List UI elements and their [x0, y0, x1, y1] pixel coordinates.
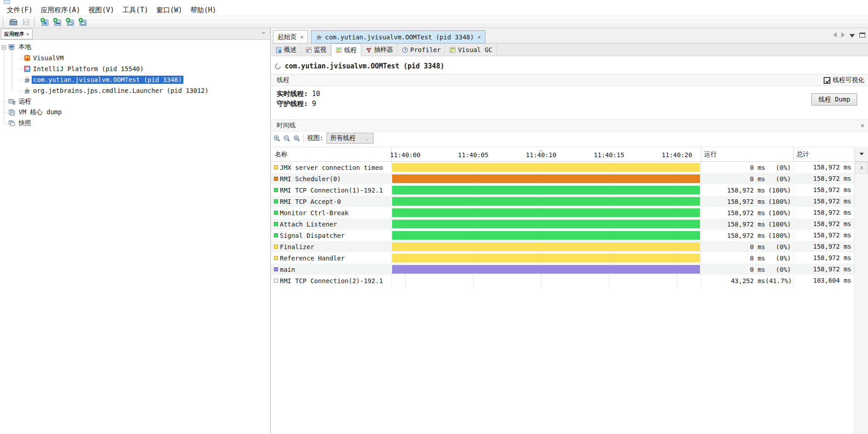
save-snapshot-icon[interactable] [20, 17, 31, 27]
tree-node-label[interactable]: IntelliJ Platform (pid 15540) [32, 65, 145, 73]
menu-item-4[interactable]: 窗口(W) [152, 4, 186, 16]
add-jmx-connection-icon[interactable] [52, 17, 62, 27]
thread-timeline-bar[interactable] [392, 220, 700, 228]
thread-color-swatch [274, 211, 278, 215]
zoom-fit-icon[interactable] [292, 134, 301, 143]
tree-node--[interactable]: 快照 [0, 118, 270, 129]
menu-item-3[interactable]: 工具(T) [118, 4, 152, 16]
thread-timeline-bar[interactable] [392, 265, 700, 274]
close-icon[interactable]: × [300, 34, 303, 40]
doc-tab-label: 起始页 [278, 33, 297, 41]
thread-row[interactable]: RMI TCP Connection(2)-192.143,252 ms(41.… [271, 275, 854, 286]
thread-row[interactable]: Signal Dispatcher158,972 ms(100%)158,972… [271, 230, 854, 241]
thread-total-cell: 158,972 ms [793, 264, 854, 275]
thread-timeline-bar[interactable] [392, 174, 700, 183]
thread-timeline-bar[interactable] [392, 254, 700, 262]
zoom-out-icon[interactable] [282, 134, 291, 143]
tree-node--[interactable]: 远程 [0, 96, 270, 107]
tree-node-intellij-platform-pid-15540-[interactable]: IntelliJ Platform (pid 15540) [0, 63, 270, 74]
tree-node-label[interactable]: com.yutian.jvisualvm.OOMTest (pid 3348) [32, 76, 183, 84]
tab-monitor[interactable]: 监视 [301, 43, 331, 56]
close-icon[interactable]: × [478, 34, 481, 40]
thread-timeline-bar[interactable] [392, 163, 700, 172]
close-icon[interactable]: × [26, 31, 29, 37]
total-column-header[interactable]: 总计 [796, 150, 809, 159]
thread-row[interactable]: Monitor Ctrl-Break158,972 ms(100%)158,97… [271, 207, 854, 218]
tree-node-visualvm[interactable]: VisualVM [0, 53, 270, 63]
tree-node-label[interactable]: 快照 [17, 119, 33, 128]
tab-applications[interactable]: 应用程序 × [1, 29, 33, 39]
thread-dump-button[interactable]: 线程 Dump [811, 93, 857, 106]
tree-node-org-jetbrains-jps-cmdline-launcher-pid-13012-[interactable]: org.jetbrains.jps.cmdline.Launcher (pid … [0, 85, 270, 96]
tree-node-vm-dump[interactable]: VM 核心 dump [0, 107, 270, 118]
tree-node-label[interactable]: org.jetbrains.jps.cmdline.Launcher (pid … [32, 87, 210, 95]
menu-item-5[interactable]: 帮助(H) [186, 4, 220, 16]
scroll-up-icon[interactable]: ∧ [855, 162, 868, 174]
thread-timeline-bar[interactable] [392, 208, 700, 217]
thread-timeline-bar[interactable] [392, 197, 700, 206]
zoom-in-icon[interactable] [272, 134, 281, 143]
tree-node-label[interactable]: VisualVM [32, 54, 65, 62]
thread-row[interactable]: Attach Listener158,972 ms(100%)158,972 m… [271, 218, 854, 230]
thread-timeline-bar[interactable] [392, 231, 700, 240]
thread-row[interactable]: main0 ms(0%)158,972 ms [271, 264, 854, 275]
thread-name-cell[interactable]: RMI TCP Connection(1)-192.1 [271, 184, 391, 196]
maximize-window-icon[interactable] [859, 33, 865, 38]
thread-name-cell[interactable]: Finalizer [271, 241, 391, 252]
thread-row[interactable]: JMX server connection timeo0 ms(0%)158,9… [271, 162, 854, 173]
tree-node-com-yutian-jvisualvm-oomtest-pid-3348-[interactable]: com.yutian.jvisualvm.OOMTest (pid 3348) [0, 74, 270, 85]
doc-tab-application[interactable]: com.yutian.jvisualvm.OOMTest (pid 3348)× [311, 30, 485, 43]
scroll-tabs-right-icon[interactable] [841, 32, 845, 38]
menu-item-0[interactable]: 文件(F) [3, 4, 37, 16]
tree-node-label[interactable]: 本地 [17, 43, 33, 52]
column-divider [793, 147, 794, 162]
vertical-scrollbar[interactable]: ∧ [854, 162, 868, 434]
add-application-snapshot-icon[interactable] [77, 17, 88, 27]
thread-name-cell[interactable]: Monitor Ctrl-Break [271, 207, 391, 218]
thread-color-swatch [274, 233, 278, 237]
collapse-icon[interactable]: − [2, 45, 6, 49]
thread-name-cell[interactable]: RMI TCP Connection(2)-192.1 [271, 275, 391, 286]
name-column-header[interactable]: 名称 [275, 150, 288, 159]
add-vm-coredump-icon[interactable] [64, 17, 75, 27]
tree-node--[interactable]: −本地 [0, 42, 270, 53]
thread-name-cell[interactable]: main [271, 264, 391, 275]
running-column-header[interactable]: 运行 [704, 150, 717, 159]
thread-row[interactable]: RMI Scheduler(0)0 ms(0%)158,972 ms [271, 173, 854, 184]
menu-item-2[interactable]: 视图(V) [84, 4, 118, 16]
tab-list-dropdown-icon[interactable] [849, 34, 855, 38]
thread-name-cell[interactable]: RMI TCP Accept-0 [271, 196, 391, 207]
tab-profiler[interactable]: Profiler [398, 43, 445, 56]
tab-visualgc[interactable]: Visual GC [445, 43, 497, 56]
thread-row[interactable]: Reference Handler0 ms(0%)158,972 ms [271, 252, 854, 264]
tab-overview[interactable]: 概述 [271, 43, 301, 56]
doc-tab-start-page[interactable]: 起始页× [273, 30, 308, 43]
column-selector-button[interactable] [854, 147, 868, 162]
thread-timeline-bar[interactable] [392, 242, 700, 251]
window-icon [4, 0, 10, 4]
minimize-panel-button[interactable]: − [260, 30, 267, 37]
thread-name-cell[interactable]: RMI Scheduler(0) [271, 173, 391, 184]
thread-row[interactable]: RMI TCP Accept-0158,972 ms(100%)158,972 … [271, 196, 854, 207]
thread-name-cell[interactable]: JMX server connection timeo [271, 162, 391, 173]
close-timeline-icon[interactable]: × [861, 122, 864, 129]
thread-name-cell[interactable]: Attach Listener [271, 218, 391, 230]
tree-node-label[interactable]: VM 核心 dump [17, 108, 63, 117]
thread-row[interactable]: Finalizer0 ms(0%)158,972 ms [271, 241, 854, 252]
thread-name-cell[interactable]: Signal Dispatcher [271, 230, 391, 241]
scroll-tabs-left-icon[interactable] [833, 32, 837, 38]
thread-timeline-bar[interactable] [392, 186, 700, 194]
tree-node-label[interactable]: 远程 [17, 97, 33, 106]
thread-color-swatch [274, 199, 278, 203]
running-time: 158,972 ms [701, 232, 765, 239]
thread-name-cell[interactable]: Reference Handler [271, 252, 391, 264]
add-remote-host-icon[interactable] [39, 17, 50, 27]
load-snapshot-icon[interactable] [8, 17, 19, 27]
tab-threads[interactable]: 线程 [331, 43, 361, 57]
view-select[interactable]: 所有线程 ⌄ [326, 133, 374, 144]
checkbox-checked-icon[interactable] [824, 77, 830, 84]
thread-row[interactable]: RMI TCP Connection(1)-192.1158,972 ms(10… [271, 184, 854, 196]
tab-sampler[interactable]: 抽样器 [361, 43, 398, 56]
threads-visualization-toggle[interactable]: 线程可视化 [824, 76, 864, 84]
menu-item-1[interactable]: 应用程序(A) [37, 4, 84, 16]
